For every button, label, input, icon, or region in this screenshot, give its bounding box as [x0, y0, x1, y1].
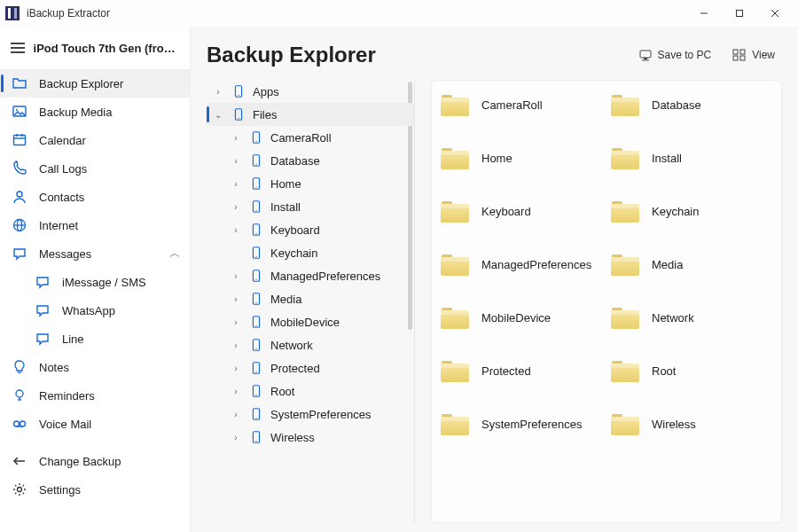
- tree-item-label: Install: [270, 200, 301, 214]
- sidebar-item-contacts[interactable]: Contacts: [0, 183, 190, 211]
- folder-item[interactable]: Wireless: [611, 412, 772, 435]
- folder-item[interactable]: Install: [611, 146, 772, 169]
- sidebar-item-messages[interactable]: Messages︿: [0, 239, 190, 268]
- folder-icon: [611, 146, 639, 169]
- view-button[interactable]: View: [725, 45, 782, 65]
- folder-icon: [611, 306, 639, 329]
- sidebar-item-notes[interactable]: Notes: [0, 353, 190, 381]
- device-icon: [249, 430, 263, 444]
- device-icon: [231, 107, 246, 121]
- chevron-right-icon[interactable]: ›: [230, 317, 242, 327]
- sidebar-header: iPod Touch 7th Gen (from To…: [0, 27, 190, 69]
- device-icon: [249, 153, 263, 168]
- sidebar-item-whatsapp[interactable]: WhatsApp: [0, 296, 190, 325]
- folder-item[interactable]: CameraRoll: [441, 93, 602, 116]
- tree-item-home[interactable]: ›Home: [207, 172, 414, 195]
- app-logo: [5, 6, 20, 20]
- svg-rect-5: [644, 58, 647, 59]
- folder-item[interactable]: Media: [611, 253, 772, 276]
- folder-item[interactable]: Root: [611, 359, 772, 382]
- chevron-right-icon[interactable]: ›: [230, 156, 242, 166]
- chevron-right-icon[interactable]: ›: [230, 387, 242, 396]
- sidebar-item-internet[interactable]: Internet: [0, 211, 190, 239]
- folder-item[interactable]: ManagedPreferences: [441, 253, 602, 276]
- device-icon: [249, 246, 263, 260]
- sidebar-item-label: Call Logs: [39, 162, 87, 176]
- sidebar-item-calendar[interactable]: Calendar: [0, 126, 190, 154]
- chevron-right-icon[interactable]: ›: [230, 179, 242, 189]
- view-label: View: [752, 49, 775, 61]
- chevron-right-icon[interactable]: ›: [230, 271, 242, 281]
- tree-item-apps[interactable]: ›Apps: [207, 80, 414, 103]
- sidebar-item-call-logs[interactable]: Call Logs: [0, 154, 190, 183]
- chevron-right-icon[interactable]: ›: [230, 433, 242, 442]
- chevron-right-icon[interactable]: ›: [230, 202, 242, 212]
- tree-item-files[interactable]: ⌄Files: [207, 103, 414, 126]
- sidebar-item-label: Backup Explorer: [39, 77, 123, 90]
- folder-name: Root: [652, 364, 676, 378]
- tree-item-protected[interactable]: ›Protected: [207, 356, 414, 379]
- sidebar-item-settings[interactable]: Settings: [0, 475, 190, 504]
- tree-item-mobiledevice[interactable]: ›MobileDevice: [207, 310, 414, 333]
- window-maximize-button[interactable]: [722, 0, 757, 27]
- folder-name: ManagedPreferences: [481, 258, 591, 271]
- tree-item-keychain[interactable]: Keychain: [207, 241, 414, 264]
- tree-item-database[interactable]: ›Database: [207, 149, 414, 172]
- chevron-right-icon[interactable]: ›: [230, 410, 242, 419]
- folder-icon: [441, 253, 469, 276]
- main-panel: Backup Explorer Save to PC View ›Apps⌄Fi…: [191, 27, 798, 532]
- tree-item-systempreferences[interactable]: ›SystemPreferences: [207, 403, 414, 426]
- sidebar-item-reminders[interactable]: Reminders: [0, 381, 190, 410]
- window-close-button[interactable]: [757, 0, 793, 27]
- folder-icon: [441, 359, 469, 382]
- chevron-right-icon[interactable]: ›: [230, 225, 242, 235]
- sidebar-item-line[interactable]: Line: [0, 325, 190, 353]
- chat-icon: [34, 331, 51, 347]
- hamburger-menu-button[interactable]: [11, 43, 25, 53]
- chevron-right-icon[interactable]: ›: [230, 340, 242, 350]
- chevron-right-icon[interactable]: ›: [230, 294, 242, 304]
- chevron-right-icon[interactable]: ›: [230, 364, 242, 373]
- device-label[interactable]: iPod Touch 7th Gen (from To…: [34, 42, 179, 55]
- save-to-pc-button[interactable]: Save to PC: [631, 45, 719, 65]
- tree-item-media[interactable]: ›Media: [207, 287, 414, 310]
- close-icon: [771, 9, 779, 18]
- folder-item[interactable]: Keychain: [611, 200, 772, 223]
- sidebar-item-label: Contacts: [39, 191, 84, 204]
- chevron-up-icon: ︿: [169, 246, 181, 262]
- tree-item-label: Database: [270, 154, 320, 168]
- chevron-right-icon[interactable]: ›: [212, 87, 224, 97]
- grid-view-icon: [732, 49, 747, 61]
- sidebar-item-backup-media[interactable]: Backup Media: [0, 98, 190, 126]
- globe-icon: [11, 217, 28, 233]
- tree-item-managedpreferences[interactable]: ›ManagedPreferences: [207, 264, 414, 287]
- folder-name: Media: [652, 258, 683, 271]
- tree-item-cameraroll[interactable]: ›CameraRoll: [207, 126, 414, 149]
- folder-item[interactable]: Protected: [441, 359, 602, 382]
- folder-name: Wireless: [652, 418, 696, 431]
- folder-item[interactable]: Database: [611, 93, 772, 116]
- tree-item-install[interactable]: ›Install: [207, 195, 414, 218]
- folder-item[interactable]: Keyboard: [441, 200, 602, 223]
- tree-item-label: CameraRoll: [270, 131, 332, 145]
- folder-item[interactable]: Home: [441, 146, 602, 169]
- device-icon: [249, 269, 263, 283]
- tree-item-keyboard[interactable]: ›Keyboard: [207, 218, 414, 241]
- folder-item[interactable]: MobileDevice: [441, 306, 602, 329]
- device-icon: [231, 84, 246, 98]
- folder-grid: CameraRollDatabaseHomeInstallKeyboardKey…: [431, 80, 782, 523]
- window-minimize-button[interactable]: [686, 0, 722, 27]
- chevron-right-icon[interactable]: ›: [230, 133, 242, 143]
- image-icon: [11, 104, 28, 120]
- sidebar-item-change-backup[interactable]: Change Backup: [0, 447, 190, 475]
- folder-item[interactable]: SystemPreferences: [441, 412, 602, 435]
- sidebar-item-backup-explorer[interactable]: Backup Explorer: [0, 69, 190, 98]
- tree-item-network[interactable]: ›Network: [207, 333, 414, 356]
- folder-icon: [441, 146, 469, 169]
- folder-item[interactable]: Network: [611, 306, 772, 329]
- chevron-down-icon[interactable]: ⌄: [212, 110, 224, 120]
- sidebar-item-voicemail[interactable]: Voice Mail: [0, 410, 190, 438]
- tree-item-root[interactable]: ›Root: [207, 379, 414, 403]
- tree-item-wireless[interactable]: ›Wireless: [207, 426, 414, 449]
- sidebar-item-imessage-sms[interactable]: iMessage / SMS: [0, 268, 190, 296]
